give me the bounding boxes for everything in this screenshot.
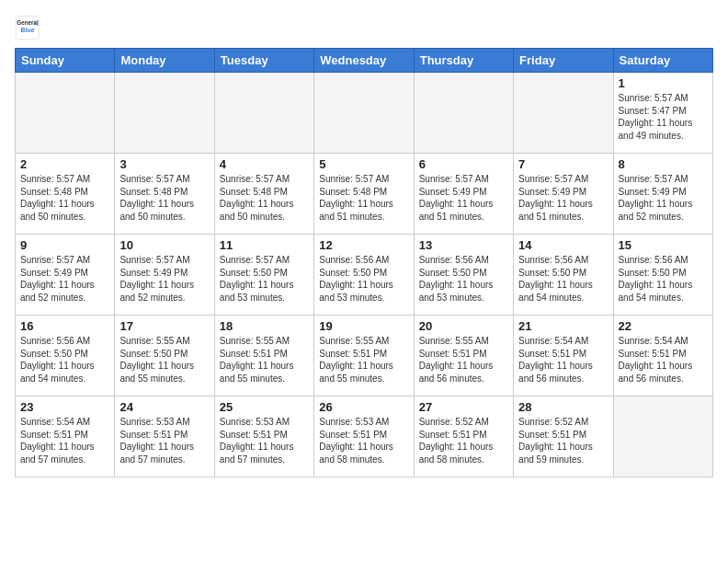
day-info: Sunrise: 5:56 AM Sunset: 5:50 PM Dayligh… <box>619 254 708 304</box>
day-info: Sunrise: 5:56 AM Sunset: 5:50 PM Dayligh… <box>518 254 608 304</box>
day-number: 22 <box>619 319 708 333</box>
day-info: Sunrise: 5:57 AM Sunset: 5:48 PM Dayligh… <box>319 173 408 223</box>
weekday-header-saturday: Saturday <box>613 49 712 73</box>
day-number: 21 <box>518 319 608 333</box>
day-number: 28 <box>518 400 608 414</box>
week-row-2: 2Sunrise: 5:57 AM Sunset: 5:48 PM Daylig… <box>16 154 713 235</box>
day-number: 20 <box>419 319 508 333</box>
day-cell <box>613 396 712 477</box>
day-number: 1 <box>619 76 708 90</box>
day-number: 15 <box>619 238 708 252</box>
day-number: 7 <box>518 157 608 171</box>
day-cell: 23Sunrise: 5:54 AM Sunset: 5:51 PM Dayli… <box>16 396 115 477</box>
day-number: 8 <box>619 157 708 171</box>
page-header: General Blue <box>15 15 713 40</box>
day-number: 24 <box>119 400 209 414</box>
day-cell: 26Sunrise: 5:53 AM Sunset: 5:51 PM Dayli… <box>314 396 414 477</box>
day-info: Sunrise: 5:57 AM Sunset: 5:49 PM Dayligh… <box>419 173 508 223</box>
day-info: Sunrise: 5:57 AM Sunset: 5:49 PM Dayligh… <box>518 173 608 223</box>
day-info: Sunrise: 5:57 AM Sunset: 5:48 PM Dayligh… <box>20 173 109 223</box>
day-info: Sunrise: 5:53 AM Sunset: 5:51 PM Dayligh… <box>319 416 408 465</box>
day-info: Sunrise: 5:52 AM Sunset: 5:51 PM Dayligh… <box>518 416 608 465</box>
day-cell: 2Sunrise: 5:57 AM Sunset: 5:48 PM Daylig… <box>16 154 115 235</box>
day-cell: 10Sunrise: 5:57 AM Sunset: 5:49 PM Dayli… <box>115 235 214 316</box>
day-cell: 24Sunrise: 5:53 AM Sunset: 5:51 PM Dayli… <box>115 396 214 477</box>
day-cell <box>314 73 414 154</box>
day-number: 12 <box>319 238 408 252</box>
day-number: 16 <box>20 319 109 333</box>
day-info: Sunrise: 5:57 AM Sunset: 5:50 PM Dayligh… <box>220 254 309 304</box>
day-info: Sunrise: 5:55 AM Sunset: 5:51 PM Dayligh… <box>220 335 309 385</box>
day-number: 14 <box>518 238 608 252</box>
day-number: 10 <box>119 238 209 252</box>
day-cell: 13Sunrise: 5:56 AM Sunset: 5:50 PM Dayli… <box>414 235 513 316</box>
day-number: 5 <box>319 157 408 171</box>
day-cell: 1Sunrise: 5:57 AM Sunset: 5:47 PM Daylig… <box>613 73 712 154</box>
svg-text:Blue: Blue <box>20 27 34 33</box>
day-number: 11 <box>220 238 309 252</box>
weekday-header-row: SundayMondayTuesdayWednesdayThursdayFrid… <box>16 49 713 73</box>
day-number: 6 <box>419 157 508 171</box>
day-info: Sunrise: 5:56 AM Sunset: 5:50 PM Dayligh… <box>319 254 408 304</box>
day-cell: 11Sunrise: 5:57 AM Sunset: 5:50 PM Dayli… <box>214 235 313 316</box>
week-row-1: 1Sunrise: 5:57 AM Sunset: 5:47 PM Daylig… <box>16 73 713 154</box>
day-info: Sunrise: 5:52 AM Sunset: 5:51 PM Dayligh… <box>419 416 508 465</box>
day-cell: 14Sunrise: 5:56 AM Sunset: 5:50 PM Dayli… <box>514 235 613 316</box>
day-number: 18 <box>220 319 309 333</box>
day-info: Sunrise: 5:53 AM Sunset: 5:51 PM Dayligh… <box>119 416 209 465</box>
weekday-header-thursday: Thursday <box>414 49 513 73</box>
day-cell: 9Sunrise: 5:57 AM Sunset: 5:49 PM Daylig… <box>16 235 115 316</box>
day-cell <box>414 73 513 154</box>
day-info: Sunrise: 5:54 AM Sunset: 5:51 PM Dayligh… <box>20 416 109 465</box>
day-cell: 19Sunrise: 5:55 AM Sunset: 5:51 PM Dayli… <box>314 316 414 396</box>
day-number: 27 <box>419 400 508 414</box>
day-cell <box>16 73 115 154</box>
calendar-table: SundayMondayTuesdayWednesdayThursdayFrid… <box>15 48 713 477</box>
week-row-3: 9Sunrise: 5:57 AM Sunset: 5:49 PM Daylig… <box>16 235 713 316</box>
day-number: 4 <box>220 157 309 171</box>
day-info: Sunrise: 5:57 AM Sunset: 5:49 PM Dayligh… <box>619 173 708 223</box>
day-cell: 20Sunrise: 5:55 AM Sunset: 5:51 PM Dayli… <box>414 316 513 396</box>
day-cell: 15Sunrise: 5:56 AM Sunset: 5:50 PM Dayli… <box>613 235 712 316</box>
day-cell <box>214 73 313 154</box>
day-info: Sunrise: 5:57 AM Sunset: 5:47 PM Dayligh… <box>619 92 708 142</box>
day-cell: 28Sunrise: 5:52 AM Sunset: 5:51 PM Dayli… <box>514 396 613 477</box>
day-info: Sunrise: 5:55 AM Sunset: 5:51 PM Dayligh… <box>319 335 408 385</box>
day-info: Sunrise: 5:56 AM Sunset: 5:50 PM Dayligh… <box>419 254 508 304</box>
day-number: 3 <box>119 157 209 171</box>
day-number: 19 <box>319 319 408 333</box>
day-cell: 16Sunrise: 5:56 AM Sunset: 5:50 PM Dayli… <box>16 316 115 396</box>
day-info: Sunrise: 5:54 AM Sunset: 5:51 PM Dayligh… <box>518 335 608 385</box>
day-cell: 6Sunrise: 5:57 AM Sunset: 5:49 PM Daylig… <box>414 154 513 235</box>
day-cell: 7Sunrise: 5:57 AM Sunset: 5:49 PM Daylig… <box>514 154 613 235</box>
day-info: Sunrise: 5:54 AM Sunset: 5:51 PM Dayligh… <box>619 335 708 385</box>
logo: General Blue <box>15 15 40 40</box>
day-info: Sunrise: 5:57 AM Sunset: 5:48 PM Dayligh… <box>220 173 309 223</box>
weekday-header-friday: Friday <box>514 49 613 73</box>
day-info: Sunrise: 5:55 AM Sunset: 5:50 PM Dayligh… <box>119 335 209 385</box>
day-info: Sunrise: 5:57 AM Sunset: 5:48 PM Dayligh… <box>119 173 209 223</box>
day-number: 25 <box>220 400 309 414</box>
weekday-header-sunday: Sunday <box>16 49 115 73</box>
week-row-4: 16Sunrise: 5:56 AM Sunset: 5:50 PM Dayli… <box>16 316 713 396</box>
day-number: 26 <box>319 400 408 414</box>
day-info: Sunrise: 5:57 AM Sunset: 5:49 PM Dayligh… <box>119 254 209 304</box>
logo-icon: General Blue <box>15 15 40 40</box>
day-cell: 17Sunrise: 5:55 AM Sunset: 5:50 PM Dayli… <box>115 316 214 396</box>
day-cell: 27Sunrise: 5:52 AM Sunset: 5:51 PM Dayli… <box>414 396 513 477</box>
day-info: Sunrise: 5:55 AM Sunset: 5:51 PM Dayligh… <box>419 335 508 385</box>
week-row-5: 23Sunrise: 5:54 AM Sunset: 5:51 PM Dayli… <box>16 396 713 477</box>
day-cell: 4Sunrise: 5:57 AM Sunset: 5:48 PM Daylig… <box>214 154 313 235</box>
weekday-header-tuesday: Tuesday <box>214 49 313 73</box>
day-cell <box>514 73 613 154</box>
day-number: 23 <box>20 400 109 414</box>
day-cell <box>115 73 214 154</box>
day-cell: 18Sunrise: 5:55 AM Sunset: 5:51 PM Dayli… <box>214 316 313 396</box>
day-number: 2 <box>20 157 109 171</box>
day-info: Sunrise: 5:53 AM Sunset: 5:51 PM Dayligh… <box>220 416 309 465</box>
day-cell: 22Sunrise: 5:54 AM Sunset: 5:51 PM Dayli… <box>613 316 712 396</box>
day-cell: 3Sunrise: 5:57 AM Sunset: 5:48 PM Daylig… <box>115 154 214 235</box>
day-cell: 8Sunrise: 5:57 AM Sunset: 5:49 PM Daylig… <box>613 154 712 235</box>
day-cell: 12Sunrise: 5:56 AM Sunset: 5:50 PM Dayli… <box>314 235 414 316</box>
day-number: 17 <box>119 319 209 333</box>
